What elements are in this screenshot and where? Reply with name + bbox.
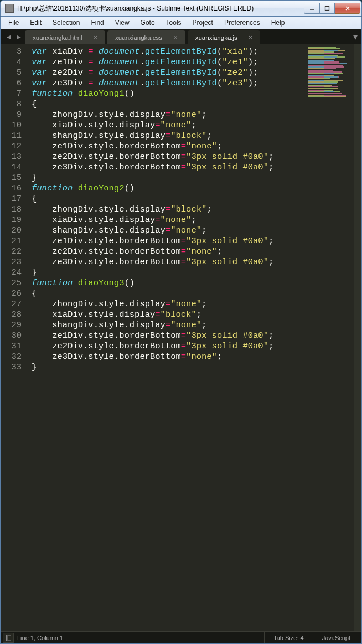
code-line[interactable]: shangDiv.style.display="none"; (32, 225, 306, 236)
minimap-line (324, 71, 339, 73)
tab-xuanxiangka-js[interactable]: xuanxiangka.js× (188, 30, 261, 44)
menu-bar: FileEditSelectionFindViewGotoToolsProjec… (0, 17, 362, 29)
tab-overflow-icon[interactable]: ▾ (349, 29, 361, 44)
code-line[interactable]: xiaDiv.style.display="none"; (32, 215, 306, 225)
close-button[interactable] (335, 3, 360, 14)
minimap-line (324, 95, 346, 96)
minimap-line (324, 86, 330, 87)
svg-rect-5 (8, 635, 11, 641)
sidebar-toggle-icon[interactable] (3, 633, 14, 643)
code-line[interactable]: ze3Div.style.borderBottom="3px solid #0a… (32, 162, 306, 173)
line-number: 18 (1, 204, 22, 215)
line-number: 7 (1, 89, 22, 99)
line-number: 23 (1, 257, 22, 267)
code-line[interactable]: zhongDiv.style.display="none"; (32, 110, 306, 120)
line-number: 5 (1, 68, 22, 78)
minimap-line (324, 58, 331, 59)
line-number: 28 (1, 310, 22, 320)
code-line[interactable]: function diaoYong1() (32, 89, 306, 99)
code-content[interactable]: var xiaDiv = document.getElementById("xi… (28, 44, 306, 631)
line-number: 8 (1, 99, 22, 110)
tab-close-icon[interactable]: × (173, 33, 178, 42)
line-number: 11 (1, 131, 22, 141)
minimap-line (324, 88, 333, 89)
minimap-line (324, 85, 332, 86)
minimap-line (308, 95, 325, 96)
line-number: 22 (1, 246, 22, 257)
code-line[interactable]: xiaDiv.style.display="none"; (32, 120, 306, 131)
minimap-line (324, 61, 339, 63)
tab-close-icon[interactable]: × (249, 33, 253, 42)
minimap-line (324, 48, 340, 49)
line-number: 14 (1, 162, 22, 173)
menu-item-edit[interactable]: Edit (24, 18, 47, 28)
tab-xuanxiangka-css[interactable]: xuanxiangka.css× (107, 30, 185, 44)
line-number: 25 (1, 278, 22, 288)
minimap-line (324, 60, 334, 61)
code-line[interactable]: { (32, 194, 306, 204)
tab-size-button[interactable]: Tab Size: 4 (264, 632, 312, 643)
code-editor[interactable]: 3456789101112131415161718192021222324252… (1, 44, 361, 631)
cursor-position: Line 1, Column 1 (17, 635, 63, 641)
window-title-bar[interactable]: H:\php\总结\20161130\选项卡\xuanxiangka.js - … (0, 0, 362, 17)
code-line[interactable]: var xiaDiv = document.getElementById("xi… (32, 47, 306, 57)
svg-rect-4 (6, 635, 7, 641)
menu-item-find[interactable]: Find (85, 18, 109, 28)
line-number: 30 (1, 331, 22, 341)
code-line[interactable]: zhongDiv.style.display="none"; (32, 299, 306, 310)
code-line[interactable]: var ze1Div = document.getElementById("ze… (32, 57, 306, 68)
code-line[interactable]: ze1Div.style.borderBottom="3px solid #0a… (32, 236, 306, 246)
minimap-line (324, 47, 334, 48)
code-line[interactable]: } (32, 173, 306, 183)
code-line[interactable]: ze3Div.style.borderBottom="3px solid #0a… (32, 257, 306, 267)
maximize-button[interactable] (319, 3, 335, 14)
code-line[interactable]: function diaoYong3() (32, 278, 306, 288)
line-number: 6 (1, 78, 22, 89)
minimap-line (324, 56, 337, 58)
code-line[interactable]: ze3Div.style.borderBottom="none"; (32, 352, 306, 362)
menu-item-preferences[interactable]: Preferences (219, 18, 266, 28)
code-line[interactable]: shangDiv.style.display="none"; (32, 320, 306, 331)
tab-prev-icon[interactable]: ◀ (4, 29, 14, 44)
tab-next-icon[interactable]: ▶ (14, 29, 24, 44)
menu-item-help[interactable]: Help (266, 18, 291, 28)
code-line[interactable]: ze2Div.style.borderBottom="3px solid #0a… (32, 341, 306, 352)
code-line[interactable]: { (32, 288, 306, 299)
code-line[interactable]: var ze3Div = document.getElementById("ze… (32, 78, 306, 89)
tab-xuanxiangka-html[interactable]: xuanxiangka.html× (25, 30, 105, 44)
minimap-line (324, 73, 334, 74)
line-number: 10 (1, 120, 22, 131)
menu-item-tools[interactable]: Tools (161, 18, 187, 28)
line-number: 31 (1, 341, 22, 352)
code-line[interactable]: var ze2Div = document.getElementById("ze… (32, 68, 306, 78)
code-line[interactable]: } (32, 362, 306, 373)
code-line[interactable]: ze1Div.style.borderBottom="none"; (32, 141, 306, 152)
code-line[interactable]: xiaDiv.style.display="block"; (32, 310, 306, 320)
syntax-button[interactable]: JavaScript (313, 632, 359, 643)
code-line[interactable]: zhongDiv.style.display="block"; (32, 204, 306, 215)
minimap[interactable] (306, 44, 354, 631)
code-line[interactable]: shangDiv.style.display="block"; (32, 131, 306, 141)
minimize-button[interactable] (304, 3, 319, 14)
minimap-line (308, 88, 338, 89)
code-line[interactable]: function diaoYong2() (32, 183, 306, 194)
line-number: 33 (1, 362, 22, 373)
menu-item-project[interactable]: Project (187, 18, 219, 28)
code-line[interactable]: ze2Div.style.borderBottom="none"; (32, 246, 306, 257)
minimap-line (324, 70, 333, 71)
tab-label: xuanxiangka.html (33, 34, 82, 41)
minimap-line (324, 80, 343, 81)
menu-item-goto[interactable]: Goto (135, 18, 161, 28)
line-number: 19 (1, 215, 22, 225)
code-line[interactable]: { (32, 99, 306, 110)
code-line[interactable]: } (32, 267, 306, 278)
minimap-line (324, 50, 338, 51)
menu-item-selection[interactable]: Selection (47, 18, 85, 28)
tab-close-icon[interactable]: × (94, 33, 98, 42)
line-number: 17 (1, 194, 22, 204)
menu-item-file[interactable]: File (3, 18, 24, 28)
vertical-scrollbar[interactable] (354, 44, 361, 631)
code-line[interactable]: ze1Div.style.borderBottom="3px solid #0a… (32, 331, 306, 341)
code-line[interactable]: ze2Div.style.borderBottom="3px solid #0a… (32, 152, 306, 162)
menu-item-view[interactable]: View (110, 18, 135, 28)
